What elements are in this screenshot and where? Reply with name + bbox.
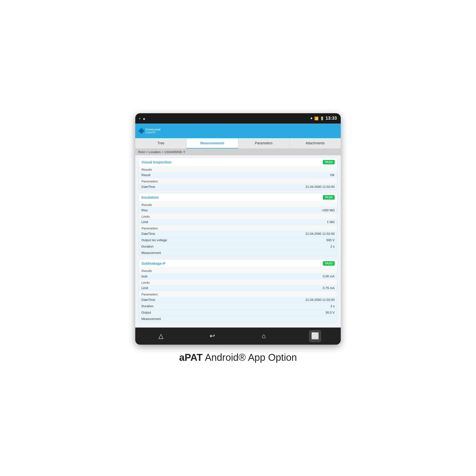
status-time: 13:33 [325,116,337,121]
nav-home-button[interactable]: △ [155,330,167,342]
section-header-visual: Visual Inspection PASS [139,158,337,167]
data-val-datetime-visual: 21.04.2000 11:02:00 [238,185,335,188]
app-logo-bottom: DataPAT [146,131,160,134]
data-val-datetime-insulation: 21.04.2000 11:02:00 [238,232,335,236]
sub-label-limits-subleakage: Limits [139,280,337,285]
status-bar-right: ✦ 📶 🔋 13:33 [310,116,337,121]
data-val-riso: >200 MΩ [238,208,335,212]
data-val-output-subleakage: 30.0 V [238,311,335,314]
data-row-isub: Isub 0.00 mA [139,273,337,280]
status-bar-left: ▪ ▲ [139,117,146,120]
data-key-isub: Isub [141,274,238,278]
app-logo: Connected DataPAT [146,128,160,134]
data-val-duration-subleakage: 2 s [238,304,335,308]
data-row-output-subleakage: Output 30.0 V [139,309,337,316]
data-val-limit-insulation: 1 MΩ [238,220,335,224]
footer-bold-text: aPAT [179,352,203,363]
data-row-measurement-subleakage: Measurement [139,316,337,322]
alert-icon: ▲ [142,117,146,120]
data-key-limit-subleakage: Limit [141,286,238,290]
data-row-duration-subleakage: Duration 2 s [139,303,337,309]
tab-tree[interactable]: Tree [135,138,187,149]
logo-diamond-icon [138,128,144,134]
data-row-limit-subleakage: Limit 0.75 mA [139,285,337,291]
app-logo-top: Connected [146,128,160,131]
tab-bar: Tree Measurements Parameters Attachments [135,138,341,149]
breadcrumb-text: Root > Location > 1334455556 [138,150,182,154]
breadcrumb-filter-icon[interactable]: ▼ [183,151,186,153]
app-header: Connected DataPAT [135,123,341,138]
recents-icon: ⬜ [311,332,319,340]
device-frame: ▪ ▲ ✦ 📶 🔋 13:33 Connected DataPAT Tree [135,113,341,345]
data-key-output-subleakage: Output [141,311,238,314]
section-insulation: Insulation PASS Results Riso >200 MΩ Lim… [139,193,337,256]
data-key-duration-subleakage: Duration [141,304,238,308]
data-key-output-iso: Output iso voltage [141,238,238,242]
nav-back-button[interactable]: ↩ [206,330,219,342]
data-key-result: Result [141,173,238,177]
battery-icon: 🔋 [320,117,324,120]
data-row-duration-insulation: Duration 2 s [139,243,337,250]
sub-label-results-visual: Results [139,167,337,172]
sub-label-results-insulation: Results [139,202,337,207]
main-content: Visual Inspection PASS Results Result OK… [135,155,341,327]
data-key-measurement-insulation: Measurement [141,251,238,255]
breadcrumb: Root > Location > 1334455556 ▼ [135,149,341,155]
outer-wrapper: ▪ ▲ ✦ 📶 🔋 13:33 Connected DataPAT Tree [135,113,341,363]
section-title-insulation: Insulation [141,195,159,199]
back-icon: ↩ [210,332,215,340]
section-header-insulation: Insulation PASS [139,193,337,202]
pass-badge-insulation: PASS [323,195,335,200]
footer-text: aPAT Android® App Option [179,352,297,363]
data-row-result: Result OK [139,172,337,178]
nav-bar: △ ↩ ⌂ ⬜ [135,327,341,345]
data-row-limit-insulation: Limit 1 MΩ [139,219,337,225]
tab-measurements[interactable]: Measurements [187,138,238,149]
section-title-visual: Visual Inspection [141,160,171,164]
data-row-datetime-subleakage: DateTime 21.04.2000 11:02:00 [139,297,337,303]
pass-badge-subleakage: PASS [323,261,335,266]
section-visual-inspection: Visual Inspection PASS Results Result OK… [139,158,337,190]
data-key-limit-insulation: Limit [141,220,238,224]
section-subleakage: Subleakage-P PASS Results Isub 0.00 mA L… [139,259,337,322]
data-key-datetime-subleakage: DateTime [141,298,238,302]
data-key-riso: Riso [141,208,238,212]
bluetooth-icon: ✦ [310,117,313,120]
nav-home2-button[interactable]: ⌂ [257,330,270,342]
data-row-output-iso: Output iso voltage 500 V [139,237,337,243]
data-row-datetime-insulation: DateTime 21.04.2000 11:02:00 [139,231,337,237]
logo-wrapper: Connected DataPAT [139,128,160,134]
notification-icon: ▪ [139,117,140,120]
data-row-datetime-visual: DateTime 21.04.2000 11:02:00 [139,184,337,190]
data-key-datetime-visual: DateTime [141,185,238,188]
tab-attachments[interactable]: Attachments [289,138,341,149]
sub-label-params-insulation: Parameters [139,225,337,231]
data-val-isub: 0.00 mA [238,274,335,278]
data-val-result: OK [238,173,335,177]
data-key-datetime-insulation: DateTime [141,232,238,236]
sub-label-params-visual: Parameters [139,178,337,184]
data-val-limit-subleakage: 0.75 mA [238,286,335,290]
pass-badge-visual: PASS [323,160,335,164]
data-val-duration-insulation: 2 s [238,245,335,248]
nav-recents-button[interactable]: ⬜ [309,330,321,342]
section-title-subleakage: Subleakage-P [141,261,165,265]
data-val-datetime-subleakage: 21.04.2000 11:02:00 [238,298,335,302]
data-row-measurement-insulation: Measurement [139,250,337,256]
wifi-icon: 📶 [314,117,319,120]
sub-label-limits-insulation: Limits [139,214,337,219]
sub-label-params-subleakage: Parameters [139,291,337,297]
home2-icon: ⌂ [262,332,266,340]
data-val-output-iso: 500 V [238,238,335,242]
footer-normal-text: Android® App Option [203,352,297,363]
data-key-duration-insulation: Duration [141,245,238,248]
section-header-subleakage: Subleakage-P PASS [139,259,337,268]
status-bar: ▪ ▲ ✦ 📶 🔋 13:33 [135,113,341,123]
data-key-measurement-subleakage: Measurement [141,317,238,321]
sub-label-results-subleakage: Results [139,268,337,273]
home-icon: △ [158,332,163,340]
tab-parameters[interactable]: Parameters [238,138,289,149]
data-row-riso: Riso >200 MΩ [139,207,337,214]
